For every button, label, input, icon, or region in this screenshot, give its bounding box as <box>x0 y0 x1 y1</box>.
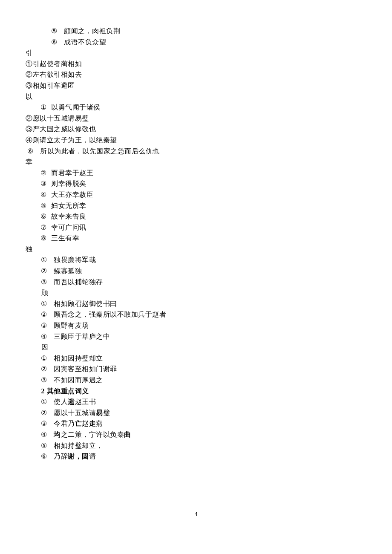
text-line: 独 <box>26 244 366 255</box>
text-line: ③顾野有麦场 <box>26 320 366 331</box>
text-line: 引 <box>26 47 366 58</box>
text-span: 请 <box>89 453 96 460</box>
text-line: ⑤妇女无所幸 <box>26 200 366 211</box>
text-line: ①相如顾召赵御使书曰 <box>26 298 366 309</box>
list-marker: ③ <box>39 277 49 288</box>
text-span: 故幸来告良 <box>51 213 86 220</box>
text-line: ⑧三生有幸 <box>26 233 366 244</box>
list-marker: ⑧ <box>39 233 48 244</box>
list-marker: ① <box>39 353 49 364</box>
list-marker: ② <box>39 407 49 418</box>
list-marker: ⑥ <box>39 451 49 462</box>
list-marker: ② <box>39 309 49 320</box>
text-span: 均 <box>54 431 61 438</box>
text-span: 之二策，宁许以负秦 <box>61 431 124 438</box>
text-span: ①引赵使者蔺相如 <box>26 60 82 67</box>
text-line: ⑥故幸来告良 <box>26 211 366 222</box>
list-marker: ③ <box>39 178 48 189</box>
text-span: 以勇气闻于诸侯 <box>51 104 101 111</box>
text-span: 三生有幸 <box>51 234 79 242</box>
text-line: ⑤颇闻之，肉袒负荆 <box>26 26 366 37</box>
text-line: ②愿以十五城请易璧 <box>26 113 366 124</box>
list-marker: ⑥ <box>39 211 48 222</box>
text-line: ③严大国之威以修敬也 <box>26 124 366 135</box>
text-line: ②而君幸于赵王 <box>26 167 366 179</box>
text-line: 顾 <box>26 287 366 298</box>
text-span: 因宾客至相如门谢罪 <box>54 365 117 372</box>
text-span: ③相如引车避匿 <box>26 82 75 89</box>
text-span: 乃辞 <box>54 453 68 460</box>
text-line: ④均之二策，宁许以负秦曲 <box>26 429 366 440</box>
text-span: 而君幸于赵王 <box>51 169 93 176</box>
list-marker: ④ <box>39 331 49 342</box>
text-span: 三顾臣于草庐之中 <box>54 333 110 340</box>
text-span: 不如因而厚遇之 <box>54 376 103 384</box>
text-line: ①以勇气闻于诸侯 <box>26 102 366 113</box>
text-span: 赵王书 <box>75 398 96 405</box>
list-marker: ④ <box>39 189 48 200</box>
text-span: 相如因持璧却立 <box>54 355 103 362</box>
list-marker: ② <box>39 364 49 375</box>
list-marker: ③ <box>39 320 49 331</box>
text-span: ④则请立太子为王，以绝秦望 <box>26 136 117 144</box>
text-span: 颇闻之，肉袒负荆 <box>64 27 120 35</box>
text-line: ⑦幸可广问讯 <box>26 222 366 233</box>
text-span: 曲 <box>124 431 131 438</box>
text-span: 2 其他重点词义 <box>39 387 89 395</box>
text-line: ②愿以十五城请易璧 <box>26 407 366 418</box>
text-line: ②左右欲引相如去 <box>26 69 366 80</box>
text-line: ④大王亦幸赦臣 <box>26 189 366 200</box>
list-marker: ④ <box>39 429 49 440</box>
text-line: ⑥成语不负众望 <box>26 37 366 48</box>
text-span: 使人 <box>54 398 68 405</box>
text-line: 因 <box>26 342 366 353</box>
text-span: 幸 <box>26 158 33 165</box>
text-line: ①相如因持璧却立 <box>26 353 366 364</box>
list-marker: ① <box>39 102 48 113</box>
text-line: ②顾吾念之，强秦所以不敢加兵于赵者 <box>26 309 366 320</box>
text-span: 亡 <box>75 420 82 427</box>
text-line: ⑥乃辞谢，固请 <box>26 451 366 462</box>
text-line: ④则请立太子为王，以绝秦望 <box>26 135 366 146</box>
text-span: 顾吾念之，强秦所以不敢加兵于赵者 <box>54 311 166 318</box>
list-marker: ① <box>39 254 49 265</box>
text-line: ①引赵使者蔺相如 <box>26 58 366 69</box>
page-number: 4 <box>0 510 392 519</box>
text-span: ②左右欲引相如去 <box>26 71 82 78</box>
text-span: 鳏寡孤独 <box>54 267 82 274</box>
list-marker: ⑥ <box>49 37 59 48</box>
text-span: 赵 <box>82 420 89 427</box>
list-marker: ③ <box>39 418 49 429</box>
text-line: ③今君乃亡赵走燕 <box>26 418 366 429</box>
text-line: ①使人遗赵王书 <box>26 396 366 407</box>
text-span: ③严大国之威以修敬也 <box>26 125 96 133</box>
text-line: ②因宾客至相如门谢罪 <box>26 364 366 375</box>
text-line: ②鳏寡孤独 <box>26 265 366 277</box>
list-marker: ① <box>39 298 49 309</box>
text-span: 妇女无所幸 <box>51 202 86 209</box>
list-marker: ③ <box>39 375 49 386</box>
text-line: ①独畏廉将军哉 <box>26 254 366 265</box>
list-marker: ② <box>39 167 48 179</box>
text-span: 璧 <box>103 409 110 416</box>
text-line: 幸 <box>26 156 366 167</box>
text-span: 所以为此者，以先国家之急而后么仇也 <box>40 147 160 155</box>
text-span: 独 <box>26 245 33 253</box>
text-span: 顾野有麦场 <box>54 322 89 329</box>
text-line: ③则幸得脱矣 <box>26 178 366 189</box>
text-span: 相如持璧却立， <box>54 442 103 449</box>
text-span: 顾 <box>39 289 48 296</box>
text-span: 而吾以捕蛇独存 <box>54 278 103 286</box>
list-marker: ⑤ <box>39 440 49 451</box>
text-line: ⑤相如持璧却立， <box>26 440 366 451</box>
document-body: ⑤颇闻之，肉袒负荆⑥成语不负众望引①引赵使者蔺相如②左右欲引相如去③相如引车避匿… <box>0 0 392 470</box>
text-span: 独畏廉将军哉 <box>54 256 96 263</box>
text-line: ③相如引车避匿 <box>26 80 366 91</box>
text-span: 引 <box>26 49 33 56</box>
text-span: 易 <box>96 409 103 416</box>
text-span: ②愿以十五城请易璧 <box>26 115 89 122</box>
text-line: 以 <box>26 91 366 102</box>
text-span: 愿以十五城请 <box>54 409 96 416</box>
text-span: 幸可广问讯 <box>51 224 86 231</box>
list-marker: ② <box>39 265 49 277</box>
